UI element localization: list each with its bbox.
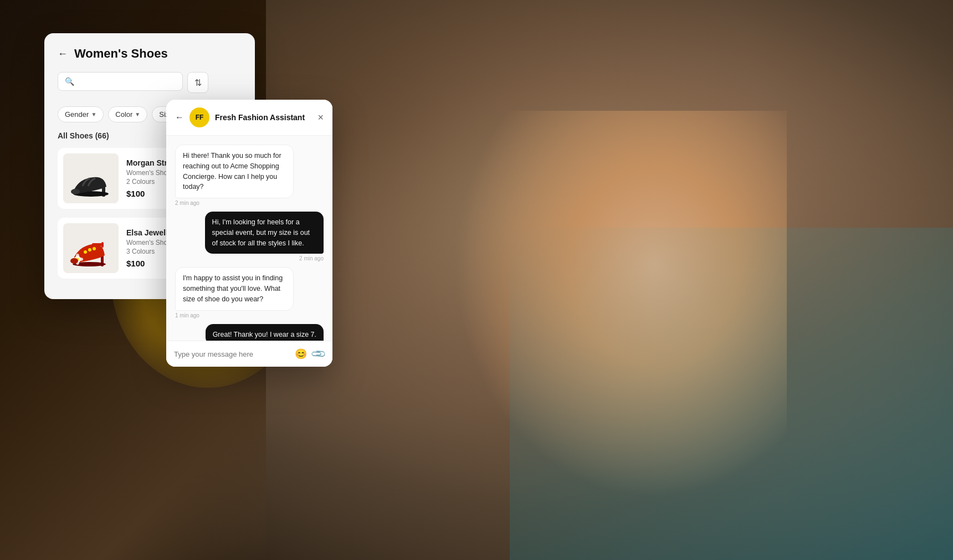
search-input[interactable] bbox=[79, 77, 176, 86]
page-title: Women's Shoes bbox=[74, 47, 168, 61]
svg-rect-6 bbox=[101, 242, 104, 248]
svg-point-16 bbox=[70, 258, 78, 264]
message-group: Great! Thank you! I wear a size 7. 1 min… bbox=[175, 324, 324, 341]
ui-container: ← Women's Shoes 🔍 ⇅ Gender ▼ Color ▼ Siz… bbox=[44, 33, 255, 299]
message-group: Hi there! Thank you so much for reaching… bbox=[175, 145, 324, 206]
message-bubble-received: I'm happy to assist you in finding somet… bbox=[175, 267, 294, 310]
message-bubble-received: Hi there! Thank you so much for reaching… bbox=[175, 145, 294, 198]
svg-point-12 bbox=[76, 254, 79, 258]
sort-button[interactable]: ⇅ bbox=[187, 72, 208, 93]
close-icon[interactable]: × bbox=[317, 112, 324, 124]
chat-title: Fresh Fashion Assistant bbox=[215, 113, 312, 122]
message-timestamp: 1 min ago bbox=[175, 312, 324, 318]
chat-messages: Hi there! Thank you so much for reaching… bbox=[166, 136, 332, 341]
svg-point-7 bbox=[84, 250, 87, 254]
back-button[interactable]: ← bbox=[58, 48, 68, 60]
svg-point-15 bbox=[79, 258, 83, 261]
message-bubble-sent: Great! Thank you! I wear a size 7. bbox=[206, 324, 324, 341]
color-filter[interactable]: Color ▼ bbox=[108, 106, 147, 122]
bg-tablet-glow bbox=[510, 228, 953, 560]
emoji-button[interactable]: 😊 bbox=[295, 348, 307, 360]
chat-back-button[interactable]: ← bbox=[175, 112, 184, 122]
chevron-down-icon: ▼ bbox=[91, 111, 96, 117]
gender-filter[interactable]: Gender ▼ bbox=[58, 106, 104, 122]
color-label: Color bbox=[115, 110, 132, 119]
sort-icon: ⇅ bbox=[194, 78, 202, 88]
product-image bbox=[63, 153, 119, 203]
chat-input-area: 😊 📎 bbox=[166, 341, 332, 367]
svg-point-9 bbox=[93, 247, 96, 250]
chat-panel: ← FF Fresh Fashion Assistant × Hi there!… bbox=[166, 100, 332, 367]
search-bar[interactable]: 🔍 bbox=[58, 72, 183, 91]
chat-header: ← FF Fresh Fashion Assistant × bbox=[166, 100, 332, 136]
message-bubble-sent: Hi, I'm looking for heels for a special … bbox=[205, 212, 324, 254]
svg-point-8 bbox=[88, 248, 91, 251]
attach-button[interactable]: 📎 bbox=[310, 345, 327, 362]
avatar: FF bbox=[189, 107, 209, 127]
message-timestamp: 2 min ago bbox=[175, 255, 324, 261]
panel-header: ← Women's Shoes bbox=[58, 47, 242, 61]
shoe-image-1 bbox=[66, 159, 116, 198]
message-group: I'm happy to assist you in finding somet… bbox=[175, 267, 324, 318]
svg-point-2 bbox=[71, 189, 80, 194]
shoe-image-2 bbox=[66, 226, 116, 270]
chat-message-input[interactable] bbox=[174, 350, 289, 358]
product-image bbox=[63, 223, 119, 273]
message-group: Hi, I'm looking for heels for a special … bbox=[175, 212, 324, 261]
chevron-down-icon: ▼ bbox=[135, 111, 140, 117]
gender-label: Gender bbox=[65, 110, 89, 119]
search-row: 🔍 ⇅ bbox=[58, 72, 242, 99]
search-icon: 🔍 bbox=[65, 77, 74, 86]
message-timestamp: 2 min ago bbox=[175, 200, 324, 206]
